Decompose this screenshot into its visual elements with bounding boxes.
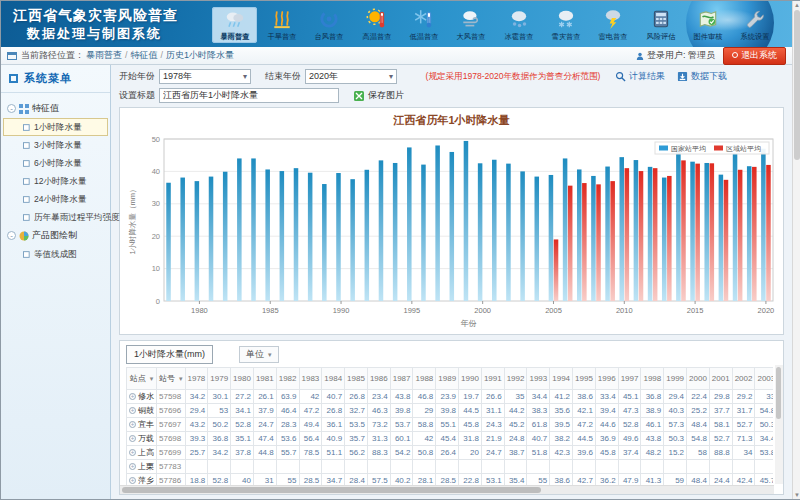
value-cell: 50.2 — [208, 418, 231, 432]
year-column-header: 1985 — [345, 368, 368, 390]
table-row[interactable]: +宜丰5769743.250.252.824.728.349.436.153.5… — [127, 418, 774, 432]
toolbar-item-5[interactable]: 低温普查 — [401, 7, 446, 43]
table-row[interactable]: +铜鼓5769629.45334.137.946.447.226.832.746… — [127, 404, 774, 418]
start-year-select[interactable]: 1978年▾ — [159, 69, 251, 84]
checkbox-icon[interactable] — [23, 142, 30, 149]
metric-label-box: 1小时降水量(mm) — [126, 345, 213, 364]
download-button[interactable]: 数据下载 — [677, 70, 727, 83]
page-scrollbar-thumb[interactable] — [794, 10, 800, 160]
tree-item-1-2[interactable]: 3小时降水量 — [3, 136, 108, 154]
chevron-down-icon: ▾ — [243, 72, 247, 81]
tree-item-1-5[interactable]: 24小时降水量 — [3, 190, 108, 208]
station-id-column-header[interactable]: 站号▾ — [157, 368, 186, 390]
value-cell: 34.2 — [185, 390, 208, 404]
toolbar-item-label: 冰雹普查 — [504, 31, 533, 41]
tree-item-1-6[interactable]: 历年暴雨过程平均强度 — [3, 208, 108, 226]
toolbar-item-6[interactable]: 大风普查 — [449, 7, 494, 43]
checkbox-icon[interactable] — [23, 124, 30, 131]
year-column-header: 1983 — [299, 368, 322, 390]
table-row[interactable]: +上高5769925.734.237.844.855.778.551.156.2… — [127, 446, 774, 460]
value-cell — [664, 460, 687, 474]
checkbox-icon[interactable] — [23, 214, 30, 221]
table-row[interactable]: +万载5769839.336.835.147.453.656.440.935.7… — [127, 432, 774, 446]
value-cell: 47.3 — [618, 404, 641, 418]
station-id-cell: 57696 — [157, 404, 186, 418]
toolbar-item-2[interactable]: 干旱普查 — [259, 7, 304, 43]
end-year-label: 结束年份 — [265, 70, 301, 83]
chart-title: 江西省历年1小时降水量 — [126, 111, 777, 129]
svg-text:区域站平均: 区域站平均 — [726, 145, 761, 153]
value-cell — [481, 460, 504, 474]
breadcrumb-segment-1[interactable]: 暴雨普查 — [86, 50, 122, 60]
toolbar-item-11[interactable]: 图件审核 — [686, 7, 731, 43]
toolbar-item-3[interactable]: 台风普查 — [307, 7, 352, 43]
table-scroll-area[interactable]: 站点▾站号▾1978197919801981198219831984198519… — [126, 367, 773, 495]
year-column-header: 1992 — [504, 368, 527, 390]
toolbar-item-label: 雷电普查 — [599, 31, 628, 41]
toolbar-item-7[interactable]: 冰雹普查 — [496, 7, 541, 43]
expand-icon[interactable]: + — [129, 435, 136, 442]
station-name-cell[interactable]: +上高 — [127, 446, 157, 460]
toolbar-item-10[interactable]: 风险评估 — [638, 7, 683, 43]
tree-item-1-1[interactable]: 1小时降水量 — [3, 118, 108, 136]
year-column-header: 1993 — [527, 368, 550, 390]
expand-icon[interactable]: + — [129, 463, 136, 470]
table-row[interactable]: +上栗57783 — [127, 460, 774, 474]
value-cell: 51.8 — [527, 446, 550, 460]
tree-item-1-4[interactable]: 12小时降水量 — [3, 172, 108, 190]
scroll-up-icon[interactable]: ▲ — [794, 1, 800, 9]
station-name-cell[interactable]: +上栗 — [127, 460, 157, 474]
station-column-header[interactable]: 站点▾ — [127, 368, 157, 390]
station-name-cell[interactable]: +万载 — [127, 432, 157, 446]
toolbar-item-1[interactable]: 暴雨普查 — [212, 7, 257, 43]
tree-group-2[interactable]: -产品图绘制 — [3, 226, 108, 245]
checkbox-icon[interactable] — [23, 178, 30, 185]
value-cell: 34.2 — [208, 446, 231, 460]
sun-thermometer-icon — [366, 8, 388, 30]
year-column-header: 1987 — [390, 368, 413, 390]
value-cell — [732, 460, 755, 474]
expand-icon[interactable]: + — [129, 407, 136, 414]
value-cell: 49.4 — [299, 418, 322, 432]
station-name-cell[interactable]: +铜鼓 — [127, 404, 157, 418]
chart-title-input[interactable] — [159, 88, 339, 103]
scroll-down-icon[interactable]: ▼ — [794, 491, 800, 499]
value-cell: 45.4 — [436, 432, 459, 446]
value-cell — [550, 460, 573, 474]
value-cell — [276, 460, 299, 474]
table-vertical-scrollbar[interactable] — [775, 365, 783, 484]
toolbar-item-label: 雪灾普查 — [552, 31, 581, 41]
toolbar-item-8[interactable]: 雪灾普查 — [544, 7, 589, 43]
tree-toggle-icon[interactable]: - — [7, 104, 16, 113]
table-horizontal-scrollbar[interactable] — [120, 485, 774, 494]
checkbox-icon[interactable] — [23, 196, 30, 203]
value-cell: 44.8 — [253, 446, 276, 460]
tree-item-2-1[interactable]: 等值线成图 — [3, 245, 108, 263]
tree-group-1[interactable]: -特征值 — [3, 99, 108, 118]
toolbar-item-4[interactable]: 高温普查 — [354, 7, 399, 43]
toolbar-item-9[interactable]: 雷电普查 — [591, 7, 636, 43]
station-name-cell[interactable]: +修水 — [127, 390, 157, 404]
expand-icon[interactable]: + — [129, 477, 136, 484]
expand-icon[interactable]: + — [129, 449, 136, 456]
tree-item-1-3[interactable]: 6小时降水量 — [3, 154, 108, 172]
unit-filter[interactable]: 单位▾ — [239, 346, 279, 363]
checkbox-icon[interactable] — [23, 160, 30, 167]
download-icon — [677, 71, 688, 82]
tree-toggle-icon[interactable]: - — [7, 231, 16, 240]
expand-icon[interactable]: + — [129, 421, 136, 428]
logout-button[interactable]: 退出系统 — [723, 47, 786, 65]
breadcrumb-segment-3[interactable]: 历史1小时降水量 — [166, 50, 234, 60]
app-title: 江西省气象灾害风险普查 数据处理与制图系统 — [1, 6, 206, 42]
expand-icon[interactable]: + — [129, 393, 136, 400]
toolbar-item-12[interactable]: 系统设置 — [733, 7, 778, 43]
page-scrollbar[interactable]: ▲ ▼ — [792, 1, 800, 499]
station-name-cell[interactable]: +宜丰 — [127, 418, 157, 432]
calculate-button[interactable]: 计算结果 — [615, 70, 665, 83]
table-row[interactable]: +修水5759834.230.127.226.163.94240.726.823… — [127, 390, 774, 404]
value-cell: 52.8 — [618, 418, 641, 432]
end-year-select[interactable]: 2020年▾ — [305, 69, 397, 84]
breadcrumb-segment-2[interactable]: 特征值 — [131, 50, 158, 60]
save-image-button[interactable]: 保存图片 — [353, 89, 404, 102]
checkbox-icon[interactable] — [23, 251, 30, 258]
